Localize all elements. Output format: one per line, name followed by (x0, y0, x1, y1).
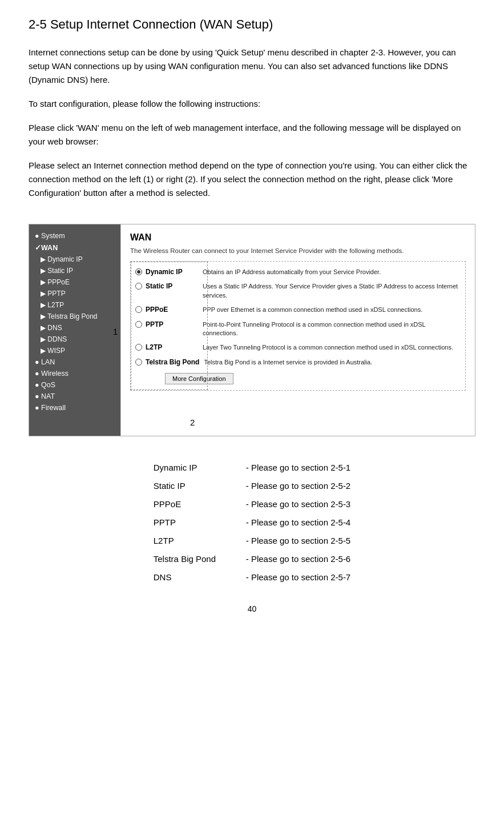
sidebar-item-label: ▶ DDNS (41, 335, 67, 343)
reference-method-2: PPPoE (154, 496, 245, 513)
radio-l2tp[interactable] (135, 344, 142, 351)
sidebar-item-telstra-big-pond[interactable]: ▶ Telstra Big Pond (29, 311, 120, 322)
sidebar-item-system[interactable]: ● System (29, 230, 120, 242)
wan-method-row-l2tp[interactable]: L2TPLayer Two Tunneling Protocol is a co… (131, 340, 465, 355)
reference-method-4: L2TP (154, 532, 245, 549)
sidebar-item-label: ▶ Telstra Big Pond (41, 312, 98, 320)
wan-panel-title: WAN (130, 232, 466, 243)
page-number: 40 (29, 604, 475, 613)
radio-telstra-big-pond[interactable] (135, 359, 142, 366)
sidebar-item-label: ▶ PPTP (41, 290, 66, 298)
sidebar-item-nat[interactable]: ● NAT (29, 391, 120, 402)
method-label-4: L2TP (146, 343, 162, 351)
radio-pptp[interactable] (135, 321, 142, 328)
sidebar-item-label: ● NAT (35, 392, 55, 400)
wan-method-row-pptp[interactable]: PPTPPoint-to-Point Tunneling Protocol is… (131, 318, 465, 341)
reference-section-4: - Please go to section 2-5-5 (246, 532, 350, 549)
more-config-btn-wrapper: More Configuration (131, 370, 465, 387)
reference-method-6: DNS (154, 569, 245, 586)
sidebar-item-label: ● Firewall (35, 404, 66, 412)
reference-row-6: DNS- Please go to section 2-5-7 (154, 569, 350, 586)
sidebar-item-lan[interactable]: ● LAN (29, 356, 120, 368)
sidebar-item-firewall[interactable]: ● Firewall (29, 402, 120, 414)
reference-section-5: - Please go to section 2-5-6 (246, 551, 350, 568)
paragraph-4: Please select an Internet connection met… (29, 159, 475, 200)
method-desc-3: Point-to-Point Tunneling Protocol is a c… (203, 320, 461, 338)
sidebar-item-pppoe[interactable]: ▶ PPPoE (29, 276, 120, 288)
wan-main-panel: WAN The Wireless Router can connect to y… (120, 224, 475, 436)
reference-section-3: - Please go to section 2-5-4 (246, 514, 350, 531)
reference-row-0: Dynamic IP- Please go to section 2-5-1 (154, 459, 350, 476)
sidebar-item-label: ▶ Dynamic IP (41, 255, 83, 263)
method-desc-5: Telstra Big Pond is a Internet service i… (204, 358, 461, 367)
paragraph-3: Please click 'WAN' menu on the left of w… (29, 121, 475, 148)
screenshot-container: 1 2 ● System✓WAN▶ Dynamic IP▶ Static IP▶… (29, 210, 475, 452)
reference-section-0: - Please go to section 2-5-1 (246, 459, 350, 476)
paragraph-1: Internet connections setup can be done b… (29, 46, 475, 87)
reference-table: Dynamic IP- Please go to section 2-5-1St… (152, 458, 352, 587)
method-desc-1: Uses a Static IP Address. Your Service P… (203, 282, 461, 300)
sidebar-item-l2tp[interactable]: ▶ L2TP (29, 299, 120, 311)
reference-section-6: - Please go to section 2-5-7 (246, 569, 350, 586)
reference-method-5: Telstra Big Pond (154, 551, 245, 568)
wan-methods-table: Dynamic IPObtains an IP Address automati… (130, 261, 466, 391)
sidebar-item-label: ● LAN (35, 358, 55, 366)
radio-dynamic-ip[interactable] (135, 268, 142, 275)
method-desc-4: Layer Two Tunneling Protocol is a common… (203, 343, 461, 352)
method-label-2: PPPoE (146, 306, 168, 314)
sidebar-item-label: ● System (35, 232, 65, 240)
reference-row-2: PPPoE- Please go to section 2-5-3 (154, 496, 350, 513)
sidebar-item-wireless[interactable]: ● Wireless (29, 368, 120, 379)
sidebar-item-static-ip[interactable]: ▶ Static IP (29, 265, 120, 276)
method-label-3: PPTP (146, 320, 163, 328)
sidebar-item-label: ▶ Static IP (41, 267, 73, 275)
reference-section-1: - Please go to section 2-5-2 (246, 477, 350, 495)
method-label-0: Dynamic IP (146, 268, 183, 276)
sidebar-item-dns[interactable]: ▶ DNS (29, 322, 120, 334)
sidebar-item-label: ✓WAN (35, 243, 58, 252)
sidebar-item-wan[interactable]: ✓WAN (29, 242, 120, 254)
reference-section-2: - Please go to section 2-5-3 (246, 496, 350, 513)
reference-method-0: Dynamic IP (154, 459, 245, 476)
label-2: 2 (190, 418, 195, 427)
sidebar-item-label: ● QoS (35, 381, 55, 389)
sidebar-item-label: ▶ L2TP (41, 301, 64, 309)
radio-static-ip[interactable] (135, 283, 142, 290)
more-config-button[interactable]: More Configuration (165, 373, 233, 384)
sidebar-item-pptp[interactable]: ▶ PPTP (29, 288, 120, 299)
wan-method-row-telstra-big-pond[interactable]: Telstra Big PondTelstra Big Pond is a In… (131, 355, 465, 370)
paragraph-2: To start configuration, please follow th… (29, 97, 475, 111)
method-desc-2: PPP over Ethernet is a common connection… (203, 306, 461, 314)
sidebar-item-qos[interactable]: ● QoS (29, 379, 120, 391)
sidebar-item-ddns[interactable]: ▶ DDNS (29, 334, 120, 345)
reference-row-5: Telstra Big Pond- Please go to section 2… (154, 551, 350, 568)
sidebar-item-label: ▶ WISP (41, 347, 65, 355)
sidebar-item-label: ▶ PPPoE (41, 278, 70, 286)
method-label-5: Telstra Big Pond (146, 358, 199, 366)
sidebar-item-label: ● Wireless (35, 370, 68, 378)
method-desc-0: Obtains an IP Address automatically from… (203, 268, 461, 276)
reference-row-1: Static IP- Please go to section 2-5-2 (154, 477, 350, 495)
wan-method-row-pppoe[interactable]: PPPoEPPP over Ethernet is a common conne… (131, 303, 465, 317)
reference-method-1: Static IP (154, 477, 245, 495)
sidebar-item-wisp[interactable]: ▶ WISP (29, 345, 120, 356)
wan-screenshot: ● System✓WAN▶ Dynamic IP▶ Static IP▶ PPP… (29, 224, 475, 436)
reference-method-3: PPTP (154, 514, 245, 531)
radio-pppoe[interactable] (135, 306, 142, 313)
sidebar: ● System✓WAN▶ Dynamic IP▶ Static IP▶ PPP… (29, 224, 120, 436)
label-1: 1 (113, 327, 118, 336)
sidebar-item-label: ▶ DNS (41, 324, 62, 332)
page-title: 2-5 Setup Internet Connection (WAN Setup… (29, 17, 475, 32)
wan-method-row-static-ip[interactable]: Static IPUses a Static IP Address. Your … (131, 279, 465, 303)
reference-row-3: PPTP- Please go to section 2-5-4 (154, 514, 350, 531)
method-label-1: Static IP (146, 282, 172, 290)
wan-panel-description: The Wireless Router can connect to your … (130, 247, 466, 254)
reference-row-4: L2TP- Please go to section 2-5-5 (154, 532, 350, 549)
wan-method-row-dynamic-ip[interactable]: Dynamic IPObtains an IP Address automati… (131, 265, 465, 279)
sidebar-item-dynamic-ip[interactable]: ▶ Dynamic IP (29, 254, 120, 265)
